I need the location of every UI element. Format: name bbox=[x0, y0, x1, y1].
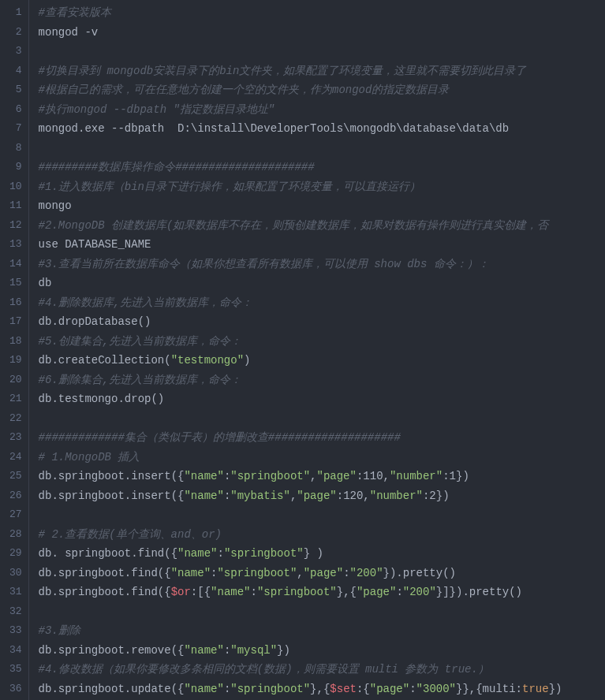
code-line[interactable]: #1.进入数据库（bin目录下进行操作，如果配置了环境变量，可以直接运行） bbox=[29, 177, 605, 197]
line-number: 22 bbox=[9, 409, 22, 429]
token-string: "200" bbox=[403, 586, 436, 598]
token-plain: : bbox=[217, 547, 223, 560]
code-line[interactable]: db.springboot.insert({"name":"mybatis","… bbox=[29, 486, 605, 506]
token-string: "number" bbox=[390, 470, 443, 482]
line-number: 3 bbox=[9, 42, 22, 61]
line-number: 14 bbox=[9, 255, 22, 274]
code-line[interactable]: # 1.MongoDB 插入 bbox=[29, 448, 605, 467]
line-number: 13 bbox=[9, 235, 22, 255]
token-comment: #########数据库操作命令##################### bbox=[39, 161, 315, 173]
line-number: 2 bbox=[9, 23, 22, 43]
token-plain: } ) bbox=[304, 547, 323, 560]
line-number: 20 bbox=[9, 370, 22, 390]
code-line[interactable]: db. springboot.find({"name":"springboot"… bbox=[29, 544, 605, 564]
token-plain: }) bbox=[549, 683, 562, 695]
token-string: "mysql" bbox=[230, 644, 277, 657]
token-string: "page" bbox=[357, 586, 396, 598]
code-line[interactable]: #6.删除集合,先进入当前数据库，命令： bbox=[29, 370, 605, 390]
token-plain: db.springboot.find({ bbox=[39, 567, 171, 579]
token-plain: : bbox=[251, 586, 257, 598]
token-comment: #切换目录到 mongodb安装目录下的bin文件夹，如果配置了环境变量，这里就… bbox=[39, 65, 527, 77]
token-plain: , bbox=[310, 470, 316, 482]
code-line[interactable]: #执行mongod --dbpath "指定数据目录地址" bbox=[29, 100, 605, 120]
code-line[interactable]: db.testmongo.drop() bbox=[29, 389, 605, 409]
token-string: "page" bbox=[370, 683, 409, 695]
code-line[interactable]: mongod.exe --dbpath D:\install\Developer… bbox=[29, 119, 605, 139]
token-plain: , bbox=[297, 567, 303, 579]
code-line[interactable]: mongo bbox=[29, 196, 605, 216]
line-number: 33 bbox=[9, 621, 22, 641]
code-line[interactable]: db.springboot.insert({"name":"springboot… bbox=[29, 467, 605, 486]
token-plain: : bbox=[343, 567, 349, 579]
line-number: 30 bbox=[9, 564, 22, 583]
line-number: 28 bbox=[9, 525, 22, 545]
token-plain: db.springboot.find({ bbox=[39, 586, 171, 598]
code-line[interactable]: db.springboot.remove({"name":"mysql"}) bbox=[29, 641, 605, 661]
token-string: "page" bbox=[297, 490, 336, 502]
token-plain: mongod -v bbox=[39, 26, 99, 39]
code-line[interactable]: #切换目录到 mongodb安装目录下的bin文件夹，如果配置了环境变量，这里就… bbox=[29, 61, 605, 81]
code-line[interactable]: #3.查看当前所在数据库命令（如果你想查看所有数据库，可以使用 show dbs… bbox=[29, 255, 605, 274]
code-line[interactable]: #############集合（类似于表）的增删改查##############… bbox=[29, 428, 605, 448]
line-number: 31 bbox=[9, 583, 22, 602]
code-line[interactable]: #########数据库操作命令##################### bbox=[29, 158, 605, 177]
line-number: 26 bbox=[9, 486, 22, 506]
code-line[interactable] bbox=[29, 409, 605, 429]
code-line[interactable]: db.dropDatabase() bbox=[29, 312, 605, 332]
token-comment: # 2.查看数据(单个查询、and、or) bbox=[39, 528, 222, 541]
code-line[interactable]: #3.删除 bbox=[29, 621, 605, 641]
line-number-gutter: 1234567891011121314151617181920212223242… bbox=[0, 0, 29, 700]
token-attr: $or bbox=[171, 586, 191, 598]
token-plain: }]}).pretty() bbox=[436, 586, 522, 598]
code-content[interactable]: #查看安装版本mongod -v #切换目录到 mongodb安装目录下的bin… bbox=[29, 0, 605, 700]
token-string: "springboot" bbox=[224, 547, 304, 560]
token-string: "name" bbox=[184, 470, 223, 482]
token-plain: mongo bbox=[39, 199, 72, 212]
code-line[interactable]: #4.修改数据（如果你要修改多条相同的文档(数据)，则需要设置 multi 参数… bbox=[29, 660, 605, 680]
code-line[interactable]: use DATABASE_NAME bbox=[29, 235, 605, 255]
code-line[interactable] bbox=[29, 602, 605, 622]
code-line[interactable]: # 2.查看数据(单个查询、and、or) bbox=[29, 525, 605, 545]
line-number: 16 bbox=[9, 293, 22, 313]
line-number: 6 bbox=[9, 100, 22, 120]
code-line[interactable] bbox=[29, 505, 605, 525]
code-line[interactable]: db.createCollection("testmongo") bbox=[29, 351, 605, 370]
line-number: 27 bbox=[9, 505, 22, 525]
code-line[interactable]: #查看安装版本 bbox=[29, 3, 605, 23]
code-line[interactable]: db.springboot.find({"name":"springboot",… bbox=[29, 564, 605, 583]
line-number: 23 bbox=[9, 428, 22, 448]
token-comment: #5.创建集合,先进入当前数据库，命令： bbox=[39, 335, 242, 348]
line-number: 12 bbox=[9, 216, 22, 236]
token-plain: :120, bbox=[337, 490, 370, 502]
code-line[interactable]: #4.删除数据库,先进入当前数据库，命令： bbox=[29, 293, 605, 313]
line-number: 18 bbox=[9, 332, 22, 352]
line-number: 17 bbox=[9, 312, 22, 332]
token-plain: },{ bbox=[337, 586, 357, 598]
token-string: "name" bbox=[184, 644, 223, 657]
line-number: 15 bbox=[9, 274, 22, 293]
token-comment: #############集合（类似于表）的增删改查##############… bbox=[39, 431, 401, 444]
line-number: 32 bbox=[9, 602, 22, 622]
line-number: 8 bbox=[9, 139, 22, 158]
token-string: "springboot" bbox=[230, 683, 310, 695]
token-attr: $set bbox=[330, 683, 357, 695]
code-line[interactable] bbox=[29, 42, 605, 61]
token-comment: #查看安装版本 bbox=[39, 6, 111, 19]
token-comment: #6.删除集合,先进入当前数据库，命令： bbox=[39, 374, 242, 386]
token-string: "springboot" bbox=[257, 586, 337, 598]
code-line[interactable]: #2.MongoDB 创建数据库(如果数据库不存在，则预创建数据库，如果对数据有… bbox=[29, 216, 605, 236]
token-comment: #执行mongod --dbpath "指定数据目录地址" bbox=[39, 103, 275, 116]
line-number: 9 bbox=[9, 158, 22, 177]
code-line[interactable]: #5.创建集合,先进入当前数据库，命令： bbox=[29, 332, 605, 352]
token-plain: db.dropDatabase() bbox=[39, 315, 151, 328]
code-line[interactable]: db.springboot.update({"name":"springboot… bbox=[29, 680, 605, 699]
code-line[interactable]: db.springboot.find({$or:[{"name":"spring… bbox=[29, 583, 605, 602]
code-line[interactable]: #根据自己的需求，可在任意地方创建一个空的文件夹，作为mongod的指定数据目录 bbox=[29, 80, 605, 100]
code-line[interactable]: mongod -v bbox=[29, 23, 605, 43]
code-line[interactable]: db bbox=[29, 274, 605, 293]
token-string: "name" bbox=[184, 683, 223, 695]
code-line[interactable] bbox=[29, 139, 605, 158]
token-plain: db. springboot.find({ bbox=[39, 547, 177, 560]
token-string: "mybatis" bbox=[230, 490, 290, 502]
code-editor: 1234567891011121314151617181920212223242… bbox=[0, 0, 605, 700]
